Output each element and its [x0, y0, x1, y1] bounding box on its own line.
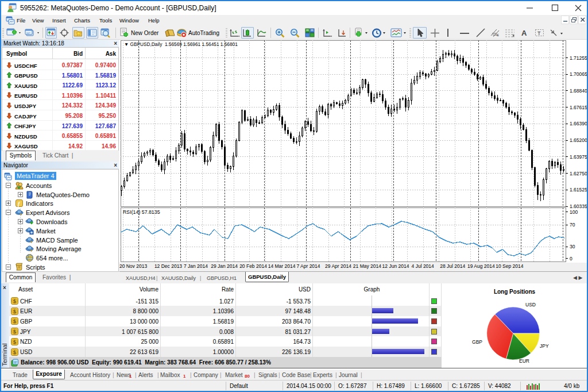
svg-text:EUR: EUR: [519, 358, 529, 364]
svg-text:19 Aug 2014: 19 Aug 2014: [467, 263, 495, 269]
svg-text:10 Sep 2014: 10 Sep 2014: [496, 263, 523, 269]
svg-text:20 Nov 2013: 20 Nov 2013: [119, 263, 147, 269]
svg-text:1.61525: 1.61525: [570, 187, 587, 193]
svg-text:1.63975: 1.63975: [570, 154, 587, 160]
svg-text:20 Feb 2014: 20 Feb 2014: [239, 263, 267, 269]
svg-text:0: 0: [570, 256, 572, 262]
svg-text:E: E: [497, 33, 499, 37]
svg-text:1.60335: 1.60335: [570, 203, 587, 209]
svg-text:28 Jul 2014: 28 Jul 2014: [440, 263, 465, 269]
svg-text:1.71255: 1.71255: [570, 55, 587, 61]
svg-text:GBP: GBP: [472, 339, 482, 345]
svg-text:12 Dec 2013: 12 Dec 2013: [154, 263, 182, 269]
svg-text:RSI(14) 57.8135: RSI(14) 57.8135: [123, 209, 160, 215]
svg-text:70: 70: [570, 222, 575, 228]
svg-text:14 Mar 2014: 14 Mar 2014: [268, 263, 296, 269]
svg-text:▼ GBPUSD,Daily 1.56569 1.5696: ▼ GBPUSD,Daily 1.56569 1.56961 1.56451 1…: [124, 41, 238, 47]
svg-text:12 Jun 2014: 12 Jun 2014: [382, 263, 409, 269]
svg-text:USD: USD: [525, 302, 536, 308]
svg-text:1.62750: 1.62750: [570, 171, 587, 176]
svg-text:29 Apr 2014: 29 Apr 2014: [325, 263, 351, 269]
svg-text:7 Apr 2014: 7 Apr 2014: [296, 263, 320, 269]
svg-text:29 Jan 2014: 29 Jan 2014: [211, 263, 238, 269]
svg-text:1.65200: 1.65200: [570, 137, 587, 143]
svg-text:T: T: [537, 30, 541, 36]
svg-text:1.66390: 1.66390: [570, 121, 587, 126]
svg-text:7 Jan 2014: 7 Jan 2014: [184, 263, 208, 269]
svg-text:1.68840: 1.68840: [570, 88, 587, 94]
svg-text:1.70065: 1.70065: [570, 71, 587, 77]
svg-text:100: 100: [570, 209, 578, 215]
svg-text:4 Jul 2014: 4 Jul 2014: [412, 263, 434, 269]
svg-text:30: 30: [570, 244, 575, 249]
svg-text:1.67615: 1.67615: [570, 105, 587, 110]
svg-text:21 May 2014: 21 May 2014: [353, 263, 381, 269]
svg-text:JPY: JPY: [540, 343, 549, 349]
